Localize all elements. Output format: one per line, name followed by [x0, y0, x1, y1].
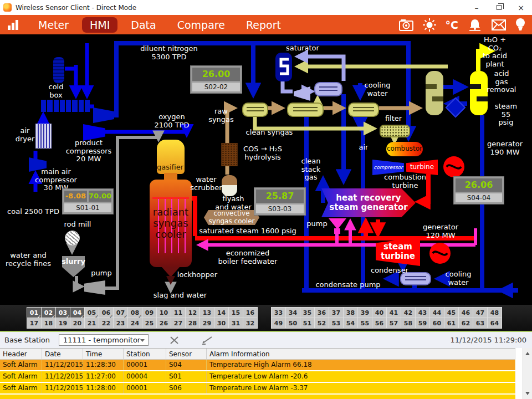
nav-chart-icon[interactable]: [8, 20, 18, 30]
grid-cell-23[interactable]: 23: [114, 318, 127, 328]
grid-cell-63[interactable]: 63: [473, 318, 487, 328]
alarm-row[interactable]: Soft Alarm 11/12/2015 11:27:00 00004 S01…: [0, 371, 515, 383]
grid-cell-49[interactable]: 49: [272, 318, 285, 328]
mail-icon[interactable]: [492, 19, 506, 30]
grid-cell-42[interactable]: 42: [401, 308, 415, 318]
grid-cell-58[interactable]: 58: [401, 318, 415, 328]
alarm-row[interactable]: Soft Alarm 11/12/2015 11:28:00 00001 S06…: [0, 383, 515, 395]
tab-report[interactable]: Report: [238, 17, 289, 33]
sensor-box-s01[interactable]: -8.08 70.00 S01-01: [62, 188, 114, 214]
grid-cell-26[interactable]: 26: [157, 318, 171, 328]
acid-gas-regenerator: [470, 71, 488, 115]
sensor-box-s04[interactable]: 26.06 S04-04: [453, 176, 504, 204]
brightness-icon[interactable]: [423, 18, 436, 32]
grid-cell-57[interactable]: 57: [387, 318, 401, 328]
grid-cell-53[interactable]: 53: [329, 318, 343, 328]
alarm-bell-icon[interactable]: [468, 18, 482, 32]
grid-cell-19[interactable]: 19: [56, 318, 70, 328]
grid-cell-56[interactable]: 56: [372, 318, 386, 328]
restore-button[interactable]: [488, 0, 510, 15]
grid-cell-27[interactable]: 27: [171, 318, 185, 328]
grid-cell-09[interactable]: 09: [142, 308, 156, 318]
grid-cell-16[interactable]: 16: [243, 308, 257, 318]
grid-cell-04[interactable]: 04✓: [70, 308, 84, 318]
tab-compare[interactable]: Compare: [170, 17, 233, 33]
grid-cell-11[interactable]: 11: [171, 308, 185, 318]
grid-cell-17[interactable]: 17: [27, 318, 41, 328]
grid-cell-43[interactable]: 43: [416, 308, 429, 318]
slurry-tank: slurry: [62, 256, 85, 267]
sensor-id: S01-01: [64, 203, 111, 212]
grid-cell-32[interactable]: 32: [243, 318, 257, 328]
tab-hmi[interactable]: HMI: [82, 17, 117, 33]
grid-cell-06[interactable]: 06✓: [99, 308, 113, 318]
grid-cell-45[interactable]: 45: [444, 308, 458, 318]
grid-cell-33[interactable]: 33: [272, 308, 285, 318]
grid-cell-01[interactable]: 01✓: [27, 308, 41, 318]
table-scrollbar[interactable]: [523, 348, 532, 399]
camera-icon[interactable]: [399, 19, 413, 31]
grid-cell-59[interactable]: 59: [416, 318, 429, 328]
grid-cell-38[interactable]: 38: [344, 308, 357, 318]
sensor-box-s02[interactable]: 26.00 S02-02: [190, 65, 242, 94]
bulb-icon[interactable]: [515, 18, 525, 32]
grid-cell-46[interactable]: 46: [459, 308, 473, 318]
grid-cell-47[interactable]: 47: [473, 308, 487, 318]
grid-cell-21[interactable]: 21: [85, 318, 99, 328]
scroll-up-icon[interactable]: [525, 352, 530, 355]
grid-cell-29[interactable]: 29: [200, 318, 214, 328]
grid-cell-44[interactable]: 44: [430, 308, 444, 318]
grid-cell-39[interactable]: 39: [358, 308, 372, 318]
grid-cell-10[interactable]: 10: [157, 308, 171, 318]
label-water-recycle: water and recycle fines: [6, 252, 51, 268]
grid-cell-31[interactable]: 31: [229, 318, 243, 328]
grid-cell-54[interactable]: 54: [344, 318, 357, 328]
grid-cell-07[interactable]: 07✓: [114, 308, 127, 318]
grid-cell-60[interactable]: 60: [430, 318, 444, 328]
edit-pencil-icon[interactable]: [201, 336, 214, 345]
grid-cell-03[interactable]: 03✓: [56, 308, 70, 318]
alarm-row[interactable]: Soft Alarm 11/12/2015 11:28:30 00001 S04…: [0, 360, 515, 371]
close-button[interactable]: ×: [510, 0, 532, 15]
grid-cell-37[interactable]: 37: [329, 308, 343, 318]
grid-cell-13[interactable]: 13: [200, 308, 214, 318]
grid-cell-48[interactable]: 48: [488, 308, 502, 318]
cell-date: 11/12/2015: [42, 360, 83, 370]
minimize-button[interactable]: –: [466, 0, 488, 15]
sensor-grid-right: 3334353637383940414243444546474849505152…: [271, 307, 502, 329]
grid-cell-02[interactable]: 02✓: [42, 308, 55, 318]
grid-cell-22[interactable]: 22: [99, 318, 113, 328]
grid-cell-08[interactable]: 08✓: [128, 308, 142, 318]
grid-cell-15[interactable]: 15: [229, 308, 243, 318]
grid-cell-14[interactable]: 14: [214, 308, 228, 318]
grid-cell-61[interactable]: 61: [444, 318, 458, 328]
grid-cell-52[interactable]: 52: [315, 318, 329, 328]
grid-cell-51[interactable]: 51: [300, 318, 314, 328]
grid-cell-34[interactable]: 34: [286, 308, 300, 318]
grid-cell-05[interactable]: 05✓: [85, 308, 99, 318]
base-station-dropdown[interactable]: 11111 - tempmonitor: [59, 334, 149, 346]
grid-cell-28[interactable]: 28: [186, 318, 200, 328]
grid-cell-12[interactable]: 12: [186, 308, 200, 318]
grid-cell-50[interactable]: 50: [286, 318, 300, 328]
temperature-unit-icon[interactable]: °C: [446, 19, 458, 31]
grid-cell-30[interactable]: 30: [214, 318, 228, 328]
grid-cell-20[interactable]: 20: [70, 318, 84, 328]
delete-icon[interactable]: [170, 336, 180, 345]
grid-cell-36[interactable]: 36: [315, 308, 329, 318]
grid-cell-18[interactable]: 18: [42, 318, 55, 328]
grid-cell-40[interactable]: 40: [372, 308, 386, 318]
tab-data[interactable]: Data: [123, 17, 163, 33]
label-h2o-co2: H₂O + CO₂ to acid plant: [477, 36, 514, 68]
grid-cell-64[interactable]: 64: [488, 318, 502, 328]
grid-cell-62[interactable]: 62: [459, 318, 473, 328]
grid-cell-24[interactable]: 24: [128, 318, 142, 328]
grid-cell-41[interactable]: 41: [387, 308, 401, 318]
grid-cell-55[interactable]: 55: [358, 318, 372, 328]
grid-cell-25[interactable]: 25: [142, 318, 156, 328]
col-time: Time: [83, 349, 124, 359]
tab-meter[interactable]: Meter: [30, 17, 76, 33]
sensor-box-s03[interactable]: 25.87 S03-03: [254, 187, 306, 216]
scroll-down-icon[interactable]: [525, 392, 530, 395]
grid-cell-35[interactable]: 35: [300, 308, 314, 318]
